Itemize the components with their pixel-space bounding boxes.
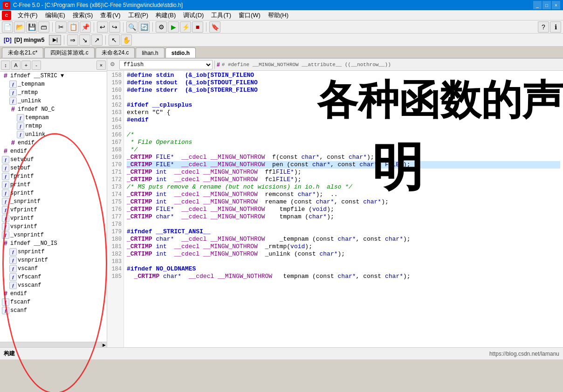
menu-view[interactable]: 查看(V) — [96, 10, 124, 20]
tree-item[interactable]: #ifndef __NO_IS — [0, 239, 107, 248]
close-panel-button[interactable]: × — [96, 61, 106, 70]
step-into[interactable]: ↘ — [79, 34, 90, 46]
tab-stdio[interactable]: stdio.h — [165, 47, 196, 58]
sep7 — [105, 35, 106, 45]
debug-stop-button[interactable]: ■ — [192, 21, 203, 33]
code-view[interactable]: 1581591601611621631641651661671681691701… — [107, 71, 563, 347]
collapse-icon[interactable]: - — [32, 61, 41, 70]
line-num: 176 — [107, 206, 124, 213]
compile-button[interactable]: ⚙ — [156, 21, 167, 33]
tree-item[interactable]: #endif — [0, 147, 107, 155]
tree-item[interactable]: f_snprintf — [0, 197, 107, 206]
saveall-button[interactable]: 🗃 — [38, 21, 49, 33]
code-line: #ifdef __cplusplus — [127, 101, 560, 109]
tree-item[interactable]: #endif — [0, 290, 107, 298]
tree-item[interactable]: fvprintf — [0, 214, 107, 223]
menu-tools[interactable]: 工具(T) — [207, 10, 235, 20]
menu-build[interactable]: 构建(B) — [152, 10, 179, 20]
undo-button[interactable]: ↩ — [97, 21, 108, 33]
tree-item[interactable]: f_vsnprintf — [0, 231, 107, 239]
tab-lihan[interactable]: lihan.h — [136, 47, 164, 58]
tree-item[interactable]: fvsnprintf — [0, 256, 107, 264]
tree-label: scanf — [10, 307, 27, 314]
help-button[interactable]: ? — [538, 21, 549, 33]
menu-file[interactable]: 文件(F) — [14, 10, 41, 20]
copy-button[interactable]: 📋 — [68, 21, 79, 33]
tree-item[interactable]: fsprintf — [0, 189, 107, 197]
expand-icon[interactable]: + — [21, 61, 31, 70]
tree-item[interactable]: fvscanf — [0, 264, 107, 273]
code-content[interactable]: #define stdin (&_iob[STDIN_FILENO#define… — [124, 71, 563, 347]
tree-item[interactable]: fvfscanf — [0, 273, 107, 281]
menu-project[interactable]: 工程(P) — [124, 10, 152, 20]
tree-item[interactable]: funlink — [0, 130, 107, 139]
tab-calc-game[interactable]: 四则运算游戏.c — [44, 47, 94, 58]
debug-run-button[interactable]: ⚡ — [180, 21, 191, 33]
tree-item[interactable]: fvsprintf — [0, 223, 107, 231]
tree-item[interactable]: fscanf — [0, 306, 107, 315]
maximize-button[interactable]: □ — [542, 1, 551, 9]
code-line — [127, 124, 560, 131]
menu-search[interactable]: 搜索(S) — [69, 10, 96, 20]
code-line: _CRTIMP FILE* __cdecl __MINGW_NOTHROW f(… — [127, 154, 560, 161]
tree-item[interactable]: ffscanf — [0, 298, 107, 306]
tree-icon: f — [2, 156, 9, 163]
line-num: 177 — [107, 213, 124, 221]
tree-icon: f — [17, 114, 24, 122]
new-button[interactable]: 📄 — [2, 21, 13, 33]
tree-item[interactable]: fprintf — [0, 181, 107, 189]
tree-label: vscanf — [18, 265, 38, 272]
line-num: 181 — [107, 243, 124, 250]
tree-icon: f — [2, 223, 9, 230]
tree-item[interactable]: ffprintf — [0, 172, 107, 181]
function-dropdown[interactable]: fflush — [119, 60, 213, 69]
hash-icon: # — [217, 61, 220, 68]
tree-icon: # — [2, 240, 9, 247]
bookmark-button[interactable]: 🔖 — [209, 21, 220, 33]
scroll-right-btn[interactable]: ▶ — [101, 342, 107, 347]
tree-item[interactable]: f_tempnam — [0, 80, 107, 88]
menu-help[interactable]: 帮助(H) — [264, 10, 292, 20]
sort-icon[interactable]: ↕ — [1, 61, 10, 70]
paste-button[interactable]: 📌 — [80, 21, 91, 33]
step-out[interactable]: ↗ — [91, 34, 103, 46]
tree-item[interactable]: fvsscanf — [0, 281, 107, 290]
tree-item[interactable]: fsnprintf — [0, 248, 107, 256]
hand-btn[interactable]: ✋ — [121, 34, 132, 46]
step-over[interactable]: ⇒ — [67, 34, 78, 46]
tree-item[interactable]: fvfprintf — [0, 206, 107, 214]
redo-button[interactable]: ↪ — [109, 21, 120, 33]
close-button[interactable]: × — [552, 1, 560, 9]
menu-window[interactable]: 窗口(W) — [235, 10, 264, 20]
cut-button[interactable]: ✂ — [55, 21, 67, 33]
save-button[interactable]: 💾 — [26, 21, 37, 33]
tree-item[interactable]: #endif — [0, 139, 107, 147]
tree-item[interactable]: f_unlink — [0, 97, 107, 105]
tree-item[interactable]: #ifndef NO_C — [0, 105, 107, 114]
replace-button[interactable]: 🔄 — [138, 21, 150, 33]
line-num: 163 — [107, 109, 124, 116]
info-button[interactable]: ℹ — [550, 21, 561, 33]
tree-item[interactable]: ftempnam — [0, 114, 107, 122]
filter-icon[interactable]: A — [11, 61, 21, 70]
sep6 — [64, 35, 64, 45]
cursor-btn[interactable]: ↖ — [109, 34, 120, 46]
tree-item[interactable]: f_rmtmp — [0, 88, 107, 97]
hscroll-bar[interactable]: ▶ — [0, 342, 107, 347]
tab-unnamed24[interactable]: 未命名24.c — [96, 47, 135, 58]
tree-item[interactable]: #ifndef __STRIC ▼ — [0, 72, 107, 80]
find-button[interactable]: 🔍 — [126, 21, 137, 33]
line-num: 180 — [107, 236, 124, 243]
minimize-button[interactable]: _ — [533, 1, 542, 9]
line-num: 184 — [107, 265, 124, 273]
open-button[interactable]: 📂 — [14, 21, 25, 33]
tree-item[interactable]: fsetbuf — [0, 164, 107, 172]
hscroll-thumb[interactable] — [0, 342, 101, 347]
tree-item[interactable]: frmtmp — [0, 122, 107, 130]
menu-edit[interactable]: 编辑(E) — [41, 10, 69, 20]
menu-debug[interactable]: 调试(D) — [179, 10, 207, 20]
tab-unnamed21[interactable]: 未命名21.c* — [2, 47, 43, 58]
code-line: _CRTIMP char* __cdecl __MINGW_NOTHROW te… — [127, 273, 560, 280]
run-button[interactable]: ▶ — [168, 21, 179, 33]
tree-item[interactable]: fsetvbuf — [0, 155, 107, 164]
